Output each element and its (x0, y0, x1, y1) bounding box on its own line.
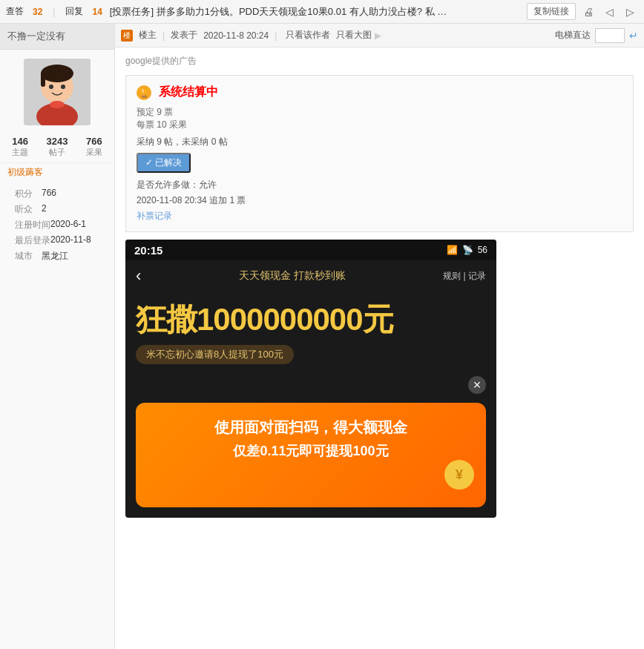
svg-point-7 (50, 101, 65, 108)
battery-level: 56 (478, 245, 487, 255)
date-label: 发表于 (171, 29, 197, 42)
city-value: 黑龙江 (42, 250, 68, 263)
post-body: google提供的广告 🏆 系统结算中 预定 9 票 每票 10 采果 采纳 9… (115, 47, 644, 649)
score-label: 积分 (15, 188, 42, 200)
sidebar-level: 初级薅客 (0, 163, 114, 180)
mobile-big-text: 狂撒1000000000元 (136, 299, 486, 340)
stat-fruits-label: 采果 (86, 147, 102, 158)
mobile-card: 使用面对面扫码，得大额现金 仅差0.11元即可提现100元 ¥ (136, 403, 486, 507)
mobile-card-bottom: ¥ (148, 460, 474, 492)
author-label: 楼主 (139, 29, 157, 42)
mobile-status-bar: 20:15 📶 📡 56 (125, 240, 496, 260)
svg-point-5 (49, 85, 53, 89)
mobile-close-row: × (125, 373, 496, 397)
floor-label: 电梯直达 (555, 29, 591, 42)
only-big-btn[interactable]: 只看大图 (336, 29, 372, 42)
vote-result: 采纳 9 帖，未采纳 0 帖 (137, 136, 622, 148)
city-label: 城市 (15, 250, 42, 263)
qa-count: 32 (33, 7, 42, 17)
mobile-banner: 狂撒1000000000元 米不忘初心邀请8人提现了100元 (125, 291, 496, 373)
svg-point-6 (61, 85, 65, 89)
stat-topics-num: 146 (12, 136, 28, 147)
vote-icon: 🏆 (137, 85, 151, 100)
top-bar: 查答 32 | 回复 14 [投票任务] 拼多多助力1分钱。PDD天天领现金10… (0, 0, 644, 24)
mobile-screenshot: 20:15 📶 📡 56 ‹ 天天领现金 打款秒到账 规则 | (125, 240, 496, 518)
svg-rect-4 (41, 72, 45, 87)
svg-point-3 (41, 65, 73, 82)
only-author-button[interactable]: 只看该作者 (283, 28, 333, 42)
author-icon: 楼 (121, 30, 133, 42)
stat-topics-label: 主题 (12, 147, 28, 158)
status-icons: 📶 📡 56 (447, 245, 487, 255)
field-audience: 听众 2 (7, 202, 107, 217)
signal-icon: 📶 (447, 245, 458, 255)
post-toolbar-right: 电梯直达 ↵ (555, 28, 638, 43)
sidebar-stats: 146 主题 3243 帖子 766 采果 (0, 131, 114, 163)
qa-label: 查答 (6, 5, 24, 18)
vote-header: 🏆 系统结算中 (137, 85, 622, 100)
mobile-header-right: 规则 | 记录 (443, 270, 486, 283)
main-area: 不撸一定没有 (0, 24, 644, 649)
vote-date-added: 2020-11-08 20:34 追加 1 票 (137, 194, 622, 207)
copy-link-button[interactable]: 复制链接 (527, 3, 576, 20)
avatar (24, 59, 91, 125)
mobile-back-button[interactable]: ‹ (136, 266, 141, 286)
floor-go-icon[interactable]: ↵ (629, 30, 638, 42)
vote-pre-count: 预定 9 票 每票 10 采果 (137, 106, 622, 131)
mobile-time: 20:15 (134, 244, 162, 257)
last-login-value: 2020-11-8 (50, 234, 91, 247)
field-score: 积分 766 (7, 186, 107, 202)
vote-title: 系统结算中 (159, 85, 218, 100)
audience-value: 2 (42, 203, 47, 216)
date-value: 2020-11-8 20:24 (203, 30, 269, 41)
vote-section: 🏆 系统结算中 预定 9 票 每票 10 采果 采纳 9 帖，未采纳 0 帖 ✓… (125, 75, 634, 232)
mobile-card-text2: 仅差0.11元即可提现100元 (148, 442, 474, 460)
ad-text: google提供的广告 (125, 55, 634, 67)
mobile-header-center: 天天领现金 打款秒到账 (239, 269, 346, 283)
reg-time-label: 注册时间 (15, 219, 50, 231)
avatar-img (24, 59, 91, 125)
stat-posts-num: 3243 (47, 136, 68, 147)
resolved-button[interactable]: ✓ 已解决 (137, 153, 191, 173)
sidebar-username: 不撸一定没有 (0, 24, 114, 50)
arrow-icon: ▶ (375, 30, 381, 41)
last-login-label: 最后登录 (15, 234, 50, 247)
field-city: 城市 黑龙江 (7, 248, 107, 264)
mobile-coin-icon: ¥ (444, 460, 474, 490)
mobile-card-text1: 使用面对面扫码，得大额现金 (148, 418, 474, 438)
vote-log-link[interactable]: 补票记录 (137, 211, 172, 221)
sidebar-info: 积分 766 听众 2 注册时间 2020-6-1 最后登录 2020-11-8… (0, 180, 114, 270)
top-bar-actions: 复制链接 🖨 ◁ ▷ (527, 3, 638, 20)
stat-posts: 3243 帖子 (47, 136, 68, 158)
audience-label: 听众 (15, 203, 42, 216)
field-reg-time: 注册时间 2020-6-1 (7, 217, 107, 233)
back-icon[interactable]: ◁ (601, 4, 617, 20)
sidebar: 不撸一定没有 (0, 24, 115, 649)
sidebar-avatar-area (0, 50, 114, 131)
floor-input[interactable] (595, 28, 625, 43)
reply-count: 14 (92, 7, 102, 17)
forward-icon[interactable]: ▷ (622, 4, 638, 20)
field-last-login: 最后登录 2020-11-8 (7, 233, 107, 248)
mobile-app-header: ‹ 天天领现金 打款秒到账 规则 | 记录 (125, 260, 496, 291)
stat-fruits: 766 采果 (86, 136, 102, 158)
mobile-close-button[interactable]: × (468, 376, 486, 394)
post-title: [投票任务] 拼多多助力1分钱。PDD天天领现金10果0.01 有人助力没占楼?… (110, 5, 527, 19)
post-toolbar: 楼 楼主 | 发表于 2020-11-8 20:24 | 只看该作者 只看大图 … (115, 24, 644, 47)
top-bar-left: 查答 32 | 回复 14 (6, 5, 102, 18)
reply-label: 回复 (65, 5, 83, 18)
score-value: 766 (42, 188, 56, 200)
stat-topics: 146 主题 (12, 136, 28, 158)
vote-allow: 是否允许多做：允许 (137, 179, 622, 191)
print-icon[interactable]: 🖨 (580, 4, 597, 20)
wifi-icon: 📡 (462, 245, 473, 255)
stat-fruits-num: 766 (86, 136, 102, 147)
content-area: 楼 楼主 | 发表于 2020-11-8 20:24 | 只看该作者 只看大图 … (115, 24, 644, 649)
mobile-banner-sub: 米不忘初心邀请8人提现了100元 (136, 345, 294, 364)
stat-posts-label: 帖子 (49, 147, 65, 158)
reg-time-value: 2020-6-1 (50, 219, 86, 231)
